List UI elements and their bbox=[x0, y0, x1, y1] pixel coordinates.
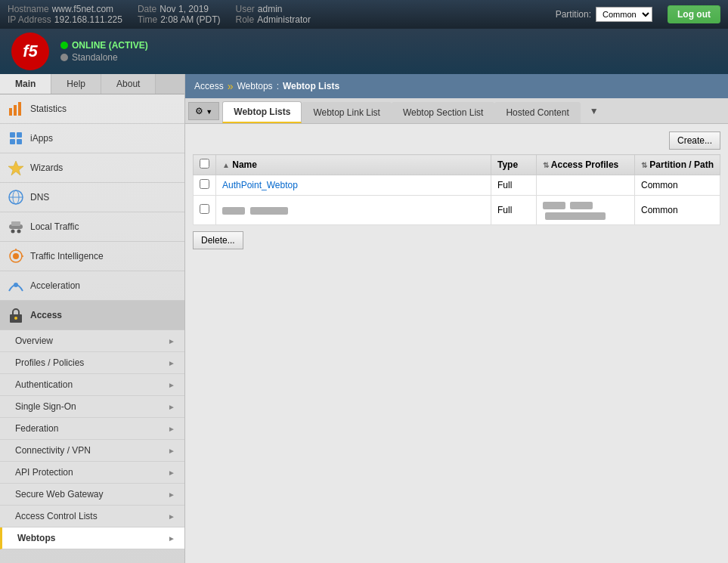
sidebar-label-local-traffic: Local Traffic bbox=[30, 221, 177, 232]
acceleration-icon bbox=[8, 277, 24, 294]
submenu-item-connectivity-vpn[interactable]: Connectivity / VPN ► bbox=[0, 440, 184, 462]
hostname-row: Hostnamewww.f5net.com bbox=[8, 4, 122, 14]
status-area: ONLINE (ACTIVE) Standalone bbox=[60, 40, 148, 63]
row1-type-cell: Full bbox=[491, 175, 536, 196]
svg-marker-7 bbox=[8, 161, 23, 175]
sidebar-label-acceleration: Acceleration bbox=[30, 280, 177, 291]
sidebar-item-statistics[interactable]: Statistics bbox=[0, 94, 184, 124]
row2-type-cell: Full bbox=[491, 196, 536, 225]
table-row: Full Common bbox=[194, 196, 720, 225]
tab-more-button[interactable]: ▼ bbox=[582, 101, 606, 121]
data-table: ▲ Name Type ⇅ Access Profiles ⇅ Partit bbox=[193, 154, 720, 225]
sidebar-item-local-traffic[interactable]: Local Traffic bbox=[0, 212, 184, 242]
col-header-name: ▲ Name bbox=[216, 155, 491, 175]
row1-partition-cell: Common bbox=[634, 175, 720, 196]
gear-icon: ⚙ bbox=[195, 106, 203, 116]
statistics-icon bbox=[8, 101, 24, 117]
col-header-checkbox bbox=[194, 155, 216, 175]
f5-logo: f5 bbox=[11, 32, 49, 70]
partition-select[interactable]: Common bbox=[596, 7, 652, 22]
create-button[interactable]: Create... bbox=[669, 131, 720, 150]
tab-webtop-lists[interactable]: Webtop Lists bbox=[222, 101, 302, 123]
col-header-type: Type bbox=[491, 155, 536, 175]
sort-icon-partition: ⇅ bbox=[641, 161, 647, 169]
app-header: f5 ONLINE (ACTIVE) Standalone bbox=[0, 29, 728, 74]
svg-rect-2 bbox=[18, 102, 21, 116]
status-dot-green bbox=[60, 42, 68, 49]
submenu-item-authentication[interactable]: Authentication ► bbox=[0, 374, 184, 396]
sidebar-item-iapps[interactable]: iApps bbox=[0, 124, 184, 153]
sidebar-item-dns[interactable]: DNS bbox=[0, 183, 184, 212]
partition-area: Partition: Common bbox=[556, 7, 652, 22]
submenu-item-profiles-policies[interactable]: Profiles / Policies ► bbox=[0, 352, 184, 374]
iapps-icon bbox=[8, 130, 24, 147]
svg-rect-1 bbox=[14, 105, 17, 116]
status-standalone: Standalone bbox=[60, 52, 148, 63]
sort-icon-name: ▲ bbox=[222, 161, 230, 169]
table-area: Create... ▲ Name Type bbox=[185, 124, 728, 563]
sidebar-item-access[interactable]: Access bbox=[0, 301, 184, 330]
col-header-access-profiles: ⇅ Access Profiles bbox=[536, 155, 634, 175]
nav-tabs: Main Help About bbox=[0, 74, 184, 94]
svg-rect-5 bbox=[10, 139, 15, 144]
tab-webtop-link-list[interactable]: Webtop Link List bbox=[302, 102, 392, 123]
table-row: AuthPoint_Webtop Full Common bbox=[194, 175, 720, 196]
tab-about[interactable]: About bbox=[101, 74, 156, 94]
row2-ap-redacted1 bbox=[543, 202, 565, 209]
access-icon bbox=[8, 307, 24, 323]
submenu-arrow-webtops: ► bbox=[168, 534, 175, 543]
row2-name-redacted2 bbox=[250, 207, 288, 215]
local-traffic-icon bbox=[8, 218, 24, 235]
submenu-arrow-sso: ► bbox=[168, 403, 175, 411]
logout-button[interactable]: Log out bbox=[668, 5, 720, 23]
dns-icon bbox=[8, 189, 24, 206]
select-all-checkbox[interactable] bbox=[200, 159, 209, 169]
breadcrumb-level1: Webtops bbox=[237, 81, 272, 91]
access-submenu: Overview ► Profiles / Policies ► Authent… bbox=[0, 330, 184, 549]
col-header-partition-path: ⇅ Partition / Path bbox=[634, 155, 720, 175]
sidebar-item-wizards[interactable]: Wizards bbox=[0, 153, 184, 183]
content-tabs: ⚙ ▼ Webtop Lists Webtop Link List Webtop… bbox=[185, 98, 728, 124]
submenu-item-secure-web-gateway[interactable]: Secure Web Gateway ► bbox=[0, 484, 184, 506]
wizards-icon bbox=[8, 159, 24, 176]
row2-name-redacted bbox=[222, 207, 245, 215]
main-layout: Main Help About Statistics iApps bbox=[0, 74, 728, 563]
submenu-item-access-control-lists[interactable]: Access Control Lists ► bbox=[0, 506, 184, 527]
breadcrumb-level2: Webtop Lists bbox=[283, 81, 339, 91]
submenu-arrow-acl: ► bbox=[168, 512, 175, 521]
row1-checkbox[interactable] bbox=[200, 179, 209, 189]
create-btn-row: Create... bbox=[193, 131, 720, 150]
tab-help[interactable]: Help bbox=[51, 74, 101, 94]
sort-icon-access: ⇅ bbox=[543, 161, 549, 169]
sidebar-item-traffic-intelligence[interactable]: Traffic Intelligence bbox=[0, 242, 184, 271]
sidebar-label-traffic-intelligence: Traffic Intelligence bbox=[30, 251, 177, 261]
svg-rect-3 bbox=[10, 132, 15, 138]
sidebar-label-access: Access bbox=[30, 310, 177, 320]
content-area: Access » Webtops : Webtop Lists ⚙ ▼ Webt… bbox=[185, 74, 728, 563]
submenu-item-api-protection[interactable]: API Protection ► bbox=[0, 462, 184, 484]
gear-button[interactable]: ⚙ ▼ bbox=[188, 102, 219, 120]
row1-name-cell: AuthPoint_Webtop bbox=[216, 175, 491, 196]
row2-name-link[interactable] bbox=[222, 205, 288, 215]
row2-checkbox[interactable] bbox=[200, 204, 209, 214]
submenu-item-federation[interactable]: Federation ► bbox=[0, 418, 184, 440]
submenu-item-webtops[interactable]: Webtops ► bbox=[0, 527, 184, 549]
tab-main[interactable]: Main bbox=[0, 74, 51, 94]
row1-name-link[interactable]: AuthPoint_Webtop bbox=[222, 180, 298, 190]
sidebar-item-acceleration[interactable]: Acceleration bbox=[0, 271, 184, 301]
submenu-arrow-connectivity: ► bbox=[168, 447, 175, 455]
delete-button[interactable]: Delete... bbox=[193, 231, 243, 249]
sidebar-label-dns: DNS bbox=[30, 192, 177, 203]
breadcrumb: Access » Webtops : Webtop Lists bbox=[185, 74, 728, 98]
submenu-item-overview[interactable]: Overview ► bbox=[0, 330, 184, 352]
submenu-item-single-sign-on[interactable]: Single Sign-On ► bbox=[0, 396, 184, 418]
breadcrumb-arrow1: » bbox=[228, 80, 234, 92]
tab-webtop-section-list[interactable]: Webtop Section List bbox=[392, 102, 495, 123]
svg-point-13 bbox=[17, 230, 21, 234]
partition-label: Partition: bbox=[556, 9, 591, 20]
tab-hosted-content[interactable]: Hosted Content bbox=[494, 102, 580, 123]
row2-ap-redacted3 bbox=[545, 212, 606, 220]
svg-rect-6 bbox=[17, 139, 22, 144]
submenu-arrow-federation: ► bbox=[168, 425, 175, 433]
sidebar-label-statistics: Statistics bbox=[30, 104, 177, 114]
